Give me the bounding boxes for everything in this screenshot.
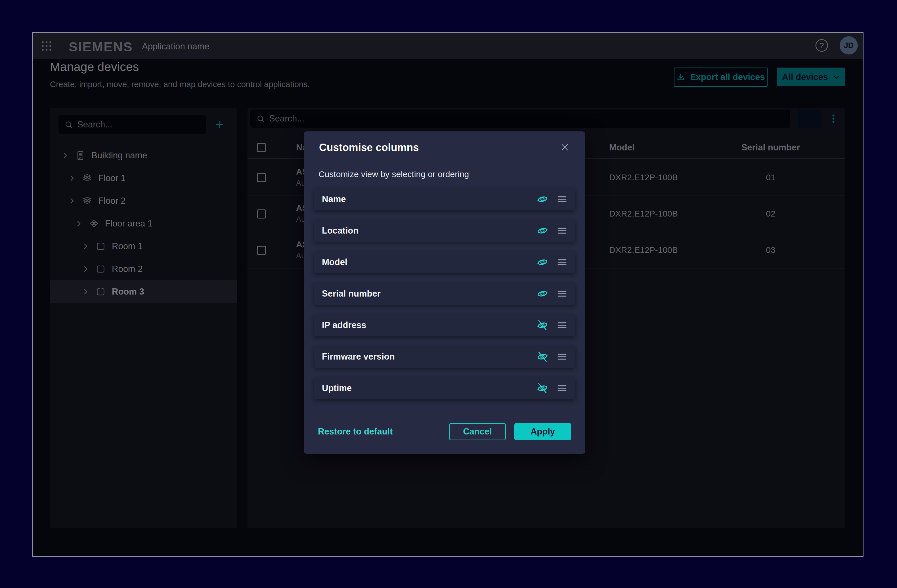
- drag-handle[interactable]: [555, 350, 568, 363]
- eye-icon: [536, 288, 548, 300]
- eye-off-icon: [536, 319, 548, 331]
- column-label: IP address: [322, 320, 535, 330]
- column-card-name[interactable]: Name: [314, 188, 575, 210]
- apply-button[interactable]: Apply: [514, 423, 571, 440]
- visibility-toggle[interactable]: [535, 319, 548, 332]
- visibility-toggle[interactable]: [535, 256, 548, 269]
- eye-off-icon: [536, 382, 548, 394]
- cancel-button[interactable]: Cancel: [449, 423, 506, 440]
- restore-to-default-button[interactable]: Restore to default: [316, 423, 395, 440]
- column-label: Uptime: [322, 383, 535, 393]
- visibility-toggle[interactable]: [535, 193, 548, 206]
- drag-handle[interactable]: [555, 224, 568, 237]
- column-card-ip-address[interactable]: IP address: [314, 314, 575, 336]
- column-label: Location: [322, 226, 535, 236]
- visibility-toggle[interactable]: [535, 382, 548, 395]
- drag-handle[interactable]: [555, 287, 568, 300]
- drag-handle[interactable]: [555, 256, 568, 269]
- drag-handle[interactable]: [555, 193, 568, 206]
- eye-icon: [536, 256, 548, 268]
- drag-handle[interactable]: [555, 382, 568, 395]
- drag-handle-icon: [557, 257, 567, 267]
- column-label: Firmware version: [322, 351, 535, 362]
- visibility-toggle[interactable]: [535, 287, 548, 300]
- eye-icon: [536, 225, 548, 237]
- drag-handle-icon: [557, 352, 567, 362]
- eye-off-icon: [536, 351, 548, 363]
- drag-handle-icon: [557, 321, 567, 330]
- dialog-title: Customise columns: [319, 142, 419, 154]
- drag-handle-icon: [557, 226, 567, 235]
- drag-handle-icon: [557, 194, 567, 204]
- close-icon: [560, 143, 569, 152]
- eye-icon: [536, 193, 548, 205]
- app-window: SIEMENS Application name JD Manage devic…: [32, 32, 863, 557]
- column-label: Serial number: [322, 289, 535, 299]
- column-card-serial-number[interactable]: Serial number: [314, 283, 575, 305]
- drag-handle[interactable]: [555, 319, 568, 332]
- close-button[interactable]: [559, 141, 571, 154]
- visibility-toggle[interactable]: [535, 224, 548, 237]
- drag-handle-icon: [557, 383, 567, 393]
- customise-columns-dialog: Customise columns Customize view by sele…: [304, 131, 585, 454]
- dialog-subtitle: Customize view by selecting or ordering: [318, 170, 469, 179]
- column-label: Name: [322, 194, 535, 204]
- column-label: Model: [322, 257, 535, 267]
- column-card-location[interactable]: Location: [314, 220, 575, 242]
- column-card-model[interactable]: Model: [314, 251, 575, 273]
- column-card-uptime[interactable]: Uptime: [314, 377, 575, 399]
- visibility-toggle[interactable]: [535, 350, 548, 363]
- column-card-firmware-version[interactable]: Firmware version: [314, 346, 575, 368]
- drag-handle-icon: [557, 289, 567, 299]
